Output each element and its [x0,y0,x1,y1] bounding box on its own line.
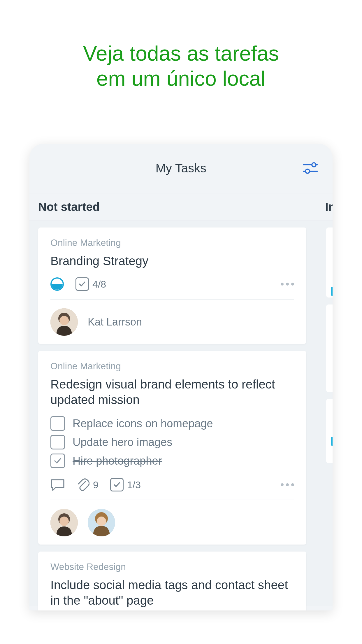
column-header-not-started[interactable]: Not started [38,200,324,214]
promo-line2: em um único local [0,66,362,91]
avatar [50,308,78,336]
divider [50,500,294,500]
next-column-peek[interactable] [326,228,333,470]
app-frame: My Tasks Not started In Online Marketing… [29,144,333,610]
task-meta-row: 4/8 [50,277,294,291]
assignee-row: Kat Larrson [50,308,294,336]
promo-headline: Veja todas as tarefas em um único local [0,0,362,144]
checklist-count: 4/8 [75,277,106,291]
checklist-count-text: 4/8 [92,279,106,290]
checklist-label: Update hero images [73,436,172,449]
peek-card[interactable] [326,399,333,463]
task-card[interactable]: Online Marketing Branding Strategy 4/8 [38,228,306,344]
paperclip-icon [77,478,89,491]
column-header-peek[interactable]: In [325,200,333,214]
columns-header: Not started In [29,193,333,221]
promo-line1: Veja todas as tarefas [0,41,362,66]
checklist-item[interactable]: Update hero images [50,435,294,449]
attachments-count-text: 9 [93,479,99,491]
cards-column: Online Marketing Branding Strategy 4/8 [38,221,306,610]
progress-icon [50,277,64,291]
task-category: Online Marketing [50,237,294,248]
checkbox-unchecked-icon[interactable] [50,435,65,449]
checklist-item[interactable]: Replace icons on homepage [50,416,294,431]
task-category: Online Marketing [50,361,294,372]
avatar [88,509,115,536]
assignee-name: Kat Larrson [88,316,142,328]
checklist-label: Replace icons on homepage [73,417,213,430]
task-title: Redesign visual brand elements to reflec… [50,377,294,407]
svg-point-1 [312,163,316,167]
divider [50,299,294,300]
board-scroll-area[interactable]: Online Marketing Branding Strategy 4/8 [29,221,333,606]
checklist-icon [110,478,124,491]
comments-icon[interactable] [50,478,65,491]
checklist-count-text: 1/3 [127,479,141,491]
checklist-item[interactable]: Hire photographer [50,454,294,468]
more-icon[interactable] [281,283,294,286]
avatar [50,509,78,536]
app-header: My Tasks [29,144,333,193]
page-title: My Tasks [156,161,206,175]
filter-icon[interactable] [302,161,319,176]
task-title: Include social media tags and contact sh… [50,578,294,608]
more-icon[interactable] [281,483,294,486]
checklist-icon [75,277,89,291]
task-card[interactable]: Online Marketing Redesign visual brand e… [38,351,306,545]
attachments-count[interactable]: 9 [77,478,99,491]
peek-card[interactable] [326,304,333,392]
task-category: Website Redesign [50,561,294,572]
checkbox-unchecked-icon[interactable] [50,416,65,431]
svg-point-3 [305,169,310,173]
svg-point-9 [59,517,69,526]
checkbox-checked-icon[interactable] [50,454,65,468]
checklist-count: 1/3 [110,478,141,491]
assignee-row [50,509,294,536]
checklist: Replace icons on homepage Update hero im… [50,416,294,468]
task-meta-row: 9 1/3 [50,478,294,491]
task-title: Branding Strategy [50,253,294,269]
peek-card[interactable] [326,228,333,298]
svg-point-12 [97,517,106,526]
svg-point-6 [59,316,69,325]
task-card[interactable]: Website Redesign Include social media ta… [38,552,306,610]
checklist-label: Hire photographer [73,455,162,467]
